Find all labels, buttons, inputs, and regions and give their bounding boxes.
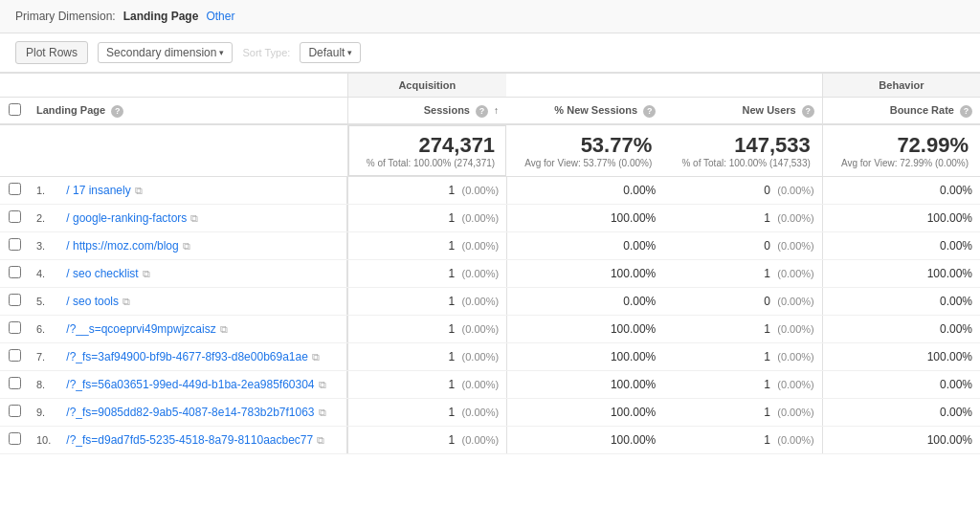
external-link-icon[interactable]: ⧉ [190,212,198,224]
total-pct-new-sessions-cell: 53.77% Avg for View: 53.77% (0.00%) [506,124,663,177]
secondary-dimension-dropdown[interactable]: Secondary dimension ▾ [98,42,233,63]
page-link[interactable]: / 17 insanely [66,184,130,197]
new-users-help-icon[interactable]: ? [802,105,814,118]
table-row: 1./ 17 insanely⧉1 (0.00%)0.00%0 (0.00%)0… [0,177,980,205]
row-checkbox[interactable] [9,377,21,389]
row-index: 2. [29,205,58,232]
pct-new-sessions-cell: 100.00% [506,316,663,343]
behavior-group-header: Behavior [822,74,980,98]
row-checkbox[interactable] [9,321,21,334]
landing-page-cell: / seo checklist⧉ [58,260,347,288]
sessions-cell: 1 (0.00%) [347,205,506,232]
table-row: 10./?_fs=d9ad7fd5-5235-4518-8a79-8110aac… [0,427,980,454]
table-row: 5./ seo tools⧉1 (0.00%)0.00%0 (0.00%)0.0… [0,288,980,316]
secondary-dimension-arrow-icon: ▾ [219,48,224,57]
bounce-rate-col-header[interactable]: Bounce Rate ? [822,98,980,125]
new-users-pct: (0.00%) [777,434,814,446]
session-value: 1 [449,267,456,280]
sessions-help-icon[interactable]: ? [476,105,488,118]
primary-dimension-label: Primary Dimension: [15,10,116,23]
sessions-sort-icon: ↑ [494,105,499,116]
new-users-cell: 1 (0.00%) [663,205,822,232]
external-link-icon[interactable]: ⧉ [220,323,228,335]
page-link[interactable]: /?_fs=3af94900-bf9b-4677-8f93-d8e00b69a1… [66,350,308,363]
sort-default-label: Default [308,46,345,59]
new-users-value: 1 [764,267,770,280]
page-link[interactable]: /?_fs=56a03651-99ed-449d-b1ba-2ea985f603… [66,378,314,391]
new-users-cell: 1 (0.00%) [663,427,822,454]
plot-rows-button[interactable]: Plot Rows [15,41,88,64]
external-link-icon[interactable]: ⧉ [122,296,130,307]
data-table: Acquisition Behavior Landing Page ? Se [0,73,980,454]
bounce-rate-help-icon[interactable]: ? [960,105,972,118]
external-link-icon[interactable]: ⧉ [135,185,143,196]
session-pct: (0.00%) [462,379,500,390]
landing-page-cell: /?_fs=56a03651-99ed-449d-b1ba-2ea985f603… [58,371,347,399]
row-checkbox[interactable] [9,266,21,278]
row-checkbox[interactable] [9,294,21,306]
row-index: 1. [29,177,58,205]
new-users-value: 1 [764,211,770,225]
row-checkbox[interactable] [9,183,21,195]
row-index: 3. [29,232,58,260]
bounce-rate-cell: 0.00% [822,371,980,399]
new-users-value: 1 [764,378,770,391]
pct-new-sessions-cell: 100.00% [506,399,663,427]
total-pct-new-sub: Avg for View: 53.77% (0.00%) [524,158,652,168]
pct-new-sessions-col-header[interactable]: % New Sessions ? [506,98,663,125]
sessions-cell: 1 (0.00%) [347,288,506,316]
external-link-icon[interactable]: ⧉ [319,379,326,390]
external-link-icon[interactable]: ⧉ [317,434,324,446]
new-users-value: 1 [764,406,770,419]
primary-dimension-bar: Primary Dimension: Landing Page Other [0,0,980,33]
external-link-icon[interactable]: ⧉ [183,240,190,252]
sessions-cell: 1 (0.00%) [347,316,506,343]
sessions-col-header[interactable]: Sessions ? ↑ [347,98,506,125]
page-link[interactable]: / seo tools [66,295,119,308]
pct-new-sessions-cell: 0.00% [506,177,663,205]
page-link[interactable]: / seo checklist [66,267,138,280]
session-value: 1 [449,239,456,253]
new-users-cell: 1 (0.00%) [663,371,822,399]
page-link[interactable]: / google-ranking-factors [66,211,187,225]
sessions-cell: 1 (0.00%) [347,427,506,454]
external-link-icon[interactable]: ⧉ [312,351,320,363]
group-header-row: Acquisition Behavior [0,74,980,98]
session-value: 1 [449,350,456,363]
checkbox-header [0,98,29,125]
landing-page-help-icon[interactable]: ? [111,105,123,118]
sessions-cell: 1 (0.00%) [347,371,506,399]
row-checkbox[interactable] [9,349,21,362]
external-link-icon[interactable]: ⧉ [143,268,150,279]
pct-new-sessions-cell: 0.00% [506,232,663,260]
page-link[interactable]: / https://moz.com/blog [66,239,178,253]
page-link[interactable]: /?__s=qcoeprvi49mpwjzcaisz [66,322,215,336]
column-header-row: Landing Page ? Sessions ? ↑ % New Sessio… [0,98,980,125]
row-checkbox[interactable] [9,210,21,223]
session-value: 1 [449,433,456,447]
total-new-users-sub: % of Total: 100.00% (147,533) [681,158,810,168]
toolbar: Plot Rows Secondary dimension ▾ Sort Typ… [0,33,980,73]
row-checkbox[interactable] [9,405,21,417]
page-link[interactable]: /?_fs=d9ad7fd5-5235-4518-8a79-8110aacbec… [66,433,313,447]
new-users-col-header[interactable]: New Users ? [663,98,822,125]
pct-new-sessions-cell: 100.00% [506,343,663,371]
landing-page-cell: /?_fs=9085dd82-9ab5-4087-8e14-783b2b7f10… [58,399,347,427]
new-users-value: 1 [764,322,770,336]
sort-type-dropdown[interactable]: Default ▾ [300,42,361,63]
select-all-checkbox[interactable] [9,103,21,116]
other-link[interactable]: Other [206,10,234,23]
row-checkbox[interactable] [9,238,21,251]
new-users-pct: (0.00%) [777,185,814,196]
row-checkbox[interactable] [9,432,21,445]
sessions-cell: 1 (0.00%) [347,260,506,288]
external-link-icon[interactable]: ⧉ [319,407,326,418]
new-users-value: 0 [764,239,770,253]
bounce-rate-cell: 100.00% [822,343,980,371]
page-link[interactable]: /?_fs=9085dd82-9ab5-4087-8e14-783b2b7f10… [66,406,314,419]
sessions-cell: 1 (0.00%) [347,177,506,205]
pct-new-sessions-help-icon[interactable]: ? [643,105,656,118]
bounce-rate-cell: 100.00% [822,205,980,232]
new-users-value: 0 [764,184,770,197]
session-value: 1 [449,322,456,336]
